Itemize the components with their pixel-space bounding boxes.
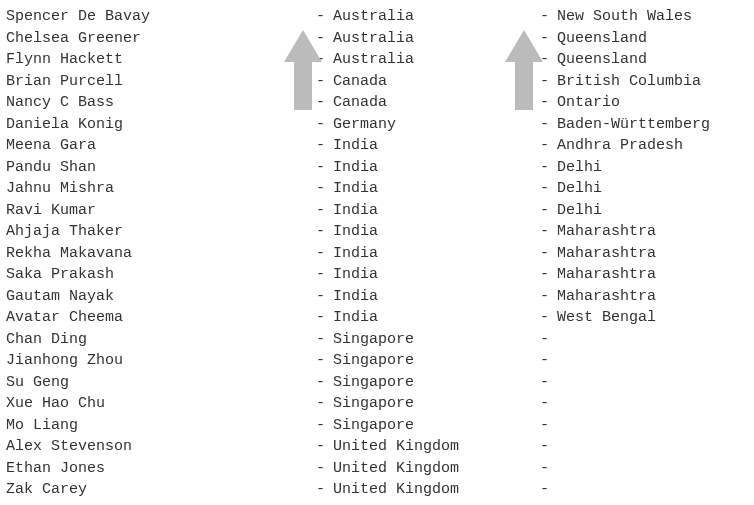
list-row: Saka Prakash-India-Maharashtra <box>6 264 748 286</box>
country-cell: India <box>333 200 540 222</box>
country-cell: India <box>333 178 540 200</box>
name-cell: Flynn Hackett <box>6 49 316 71</box>
dash-separator: - <box>316 372 333 394</box>
name-cell: Saka Prakash <box>6 264 316 286</box>
dash-separator: - <box>540 307 557 329</box>
state-cell: New South Wales <box>557 6 748 28</box>
dash-separator: - <box>540 6 557 28</box>
dash-separator: - <box>540 458 557 480</box>
dash-separator: - <box>540 114 557 136</box>
name-cell: Pandu Shan <box>6 157 316 179</box>
list-row: Ahjaja Thaker-India-Maharashtra <box>6 221 748 243</box>
country-cell: India <box>333 157 540 179</box>
dash-separator: - <box>316 479 333 501</box>
name-cell: Alex Stevenson <box>6 436 316 458</box>
dash-separator: - <box>540 178 557 200</box>
name-cell: Rekha Makavana <box>6 243 316 265</box>
dash-separator: - <box>540 286 557 308</box>
name-cell: Brian Purcell <box>6 71 316 93</box>
list-row: Gautam Nayak-India-Maharashtra <box>6 286 748 308</box>
name-cell: Jahnu Mishra <box>6 178 316 200</box>
country-cell: United Kingdom <box>333 479 540 501</box>
dash-separator: - <box>540 135 557 157</box>
country-cell: India <box>333 135 540 157</box>
dash-separator: - <box>316 200 333 222</box>
country-cell: Singapore <box>333 372 540 394</box>
list-row: Alex Stevenson-United Kingdom- <box>6 436 748 458</box>
list-row: Su Geng-Singapore- <box>6 372 748 394</box>
dash-separator: - <box>540 200 557 222</box>
dash-separator: - <box>316 436 333 458</box>
country-cell: India <box>333 221 540 243</box>
state-cell <box>557 350 748 372</box>
country-cell: India <box>333 286 540 308</box>
list-row: Rekha Makavana-India-Maharashtra <box>6 243 748 265</box>
dash-separator: - <box>540 479 557 501</box>
dash-separator: - <box>540 264 557 286</box>
dash-separator: - <box>316 458 333 480</box>
country-cell: Singapore <box>333 415 540 437</box>
state-cell: Andhra Pradesh <box>557 135 748 157</box>
dash-separator: - <box>540 243 557 265</box>
dash-separator: - <box>316 393 333 415</box>
country-cell: Singapore <box>333 329 540 351</box>
state-cell: Ontario <box>557 92 748 114</box>
list-row: Mo Liang-Singapore- <box>6 415 748 437</box>
list-row: Jahnu Mishra-India-Delhi <box>6 178 748 200</box>
name-cell: Gautam Nayak <box>6 286 316 308</box>
dash-separator: - <box>540 329 557 351</box>
state-cell: Maharashtra <box>557 286 748 308</box>
country-cell: United Kingdom <box>333 436 540 458</box>
dash-separator: - <box>316 286 333 308</box>
state-cell <box>557 393 748 415</box>
state-cell: Maharashtra <box>557 221 748 243</box>
list-row: Nancy C Bass-Canada-Ontario <box>6 92 748 114</box>
name-cell: Ravi Kumar <box>6 200 316 222</box>
list-row: Daniela Konig-Germany-Baden-Württemberg <box>6 114 748 136</box>
state-cell: Maharashtra <box>557 264 748 286</box>
state-cell: Maharashtra <box>557 243 748 265</box>
state-cell <box>557 415 748 437</box>
list-row: Brian Purcell-Canada-British Columbia <box>6 71 748 93</box>
data-list: Spencer De Bavay-Australia-New South Wal… <box>6 6 748 501</box>
name-cell: Chan Ding <box>6 329 316 351</box>
name-cell: Jianhong Zhou <box>6 350 316 372</box>
list-row: Ravi Kumar-India-Delhi <box>6 200 748 222</box>
dash-separator: - <box>316 135 333 157</box>
country-cell: United Kingdom <box>333 458 540 480</box>
list-row: Jianhong Zhou-Singapore- <box>6 350 748 372</box>
dash-separator: - <box>316 178 333 200</box>
dash-separator: - <box>316 264 333 286</box>
name-cell: Nancy C Bass <box>6 92 316 114</box>
list-row: Meena Gara-India-Andhra Pradesh <box>6 135 748 157</box>
state-cell: Queensland <box>557 28 748 50</box>
list-row: Chelsea Greener-Australia-Queensland <box>6 28 748 50</box>
name-cell: Mo Liang <box>6 415 316 437</box>
state-cell: Queensland <box>557 49 748 71</box>
name-cell: Spencer De Bavay <box>6 6 316 28</box>
country-cell: Singapore <box>333 393 540 415</box>
list-row: Avatar Cheema-India-West Bengal <box>6 307 748 329</box>
dash-separator: - <box>316 114 333 136</box>
dash-separator: - <box>316 415 333 437</box>
dash-separator: - <box>540 372 557 394</box>
state-cell: Delhi <box>557 157 748 179</box>
list-row: Chan Ding-Singapore- <box>6 329 748 351</box>
state-cell: Delhi <box>557 178 748 200</box>
list-row: Zak Carey-United Kingdom- <box>6 479 748 501</box>
country-cell: India <box>333 307 540 329</box>
dash-separator: - <box>540 415 557 437</box>
state-cell <box>557 458 748 480</box>
country-cell: India <box>333 264 540 286</box>
dash-separator: - <box>540 350 557 372</box>
dash-separator: - <box>316 307 333 329</box>
state-cell <box>557 329 748 351</box>
sort-state-arrow-up-icon <box>505 30 543 110</box>
name-cell: Ahjaja Thaker <box>6 221 316 243</box>
dash-separator: - <box>540 393 557 415</box>
state-cell: British Columbia <box>557 71 748 93</box>
name-cell: Chelsea Greener <box>6 28 316 50</box>
dash-separator: - <box>540 157 557 179</box>
country-cell: Singapore <box>333 350 540 372</box>
name-cell: Meena Gara <box>6 135 316 157</box>
